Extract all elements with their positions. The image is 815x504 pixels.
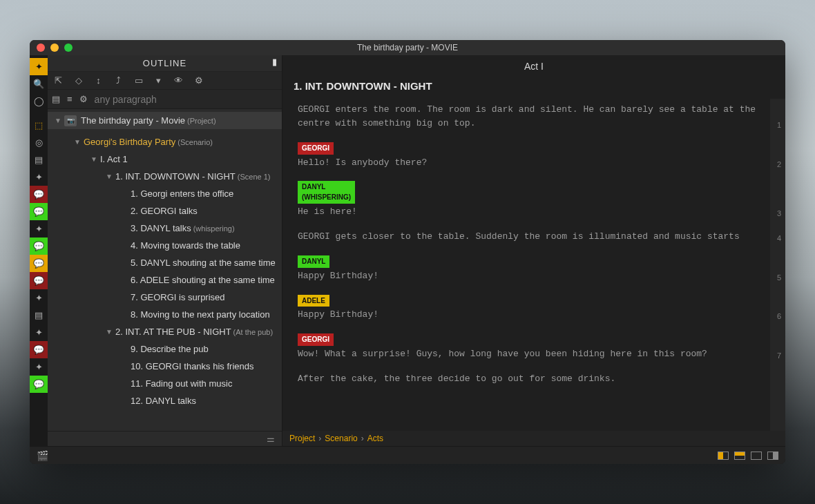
maximize-window-button[interactable] bbox=[64, 43, 73, 52]
character-tag: DANYL(WHISPERING) bbox=[298, 181, 355, 204]
caret-icon[interactable]: ▾ bbox=[153, 75, 164, 86]
arrows-icon[interactable]: ↕ bbox=[93, 75, 104, 86]
circle-icon[interactable]: ◯ bbox=[30, 93, 48, 110]
dialog-green-icon[interactable]: 💬 bbox=[30, 203, 48, 220]
outline-item[interactable]: 7. GEORGI is surprised bbox=[48, 289, 282, 306]
character-tag: DANYL bbox=[298, 255, 329, 268]
dialog-block: GEORGIHello! Is anybody there? bbox=[298, 142, 765, 170]
dialog-red-2-icon[interactable]: 💬 bbox=[30, 272, 48, 289]
outline-item[interactable]: 10. GEORGI thanks his friends bbox=[48, 358, 282, 375]
outline-item[interactable]: 2. GEORGI talks bbox=[48, 202, 282, 220]
line-number: 3 bbox=[777, 208, 781, 220]
camera-icon: 📷 bbox=[64, 115, 77, 126]
person-run-2-icon[interactable]: ✦ bbox=[30, 220, 48, 238]
chevron-down-icon: ▼ bbox=[74, 138, 82, 146]
outline-item-label: 2. GEORGI talks bbox=[131, 206, 198, 216]
layout-top-button[interactable] bbox=[734, 452, 745, 460]
chevron-down-icon: ▼ bbox=[106, 173, 114, 180]
outline-toolbar: ⇱ ◇ ↕ ⤴ ▭ ▾ 👁 ⚙ bbox=[48, 72, 282, 90]
outline-item-label: 10. GEORGI thanks his friends bbox=[131, 361, 253, 371]
act-header: Act I bbox=[282, 55, 785, 77]
search-icon[interactable]: 🔍 bbox=[30, 75, 48, 93]
breadcrumb-acts[interactable]: Acts bbox=[367, 434, 383, 443]
dialog-text: Wow! What a surprise! Guys, how long hav… bbox=[298, 347, 765, 361]
window-title: The birthday party - MOVIE bbox=[30, 43, 785, 52]
chevron-down-icon: ▼ bbox=[106, 328, 114, 336]
scenario-node[interactable]: ▼ Georgi's Birthday Party (Scenario) bbox=[48, 133, 282, 151]
run-icon[interactable]: ✦ bbox=[30, 58, 48, 75]
outline-item[interactable]: 4. Moving towards the table bbox=[48, 237, 282, 254]
dialog-red-3-icon[interactable]: 💬 bbox=[30, 341, 48, 358]
dialog-block: ADELEHappy Birthday! bbox=[298, 294, 765, 322]
breadcrumb: Project › Scenario › Acts bbox=[282, 431, 785, 446]
parenthetical: (WHISPERING) bbox=[302, 192, 351, 203]
breadcrumb-scenario[interactable]: Scenario bbox=[325, 434, 357, 443]
gear-icon[interactable]: ⚙ bbox=[79, 94, 88, 104]
outline-item[interactable]: 11. Fading out with music bbox=[48, 375, 282, 392]
action-text: GEORGI gets closer to the table. Suddenl… bbox=[298, 231, 740, 242]
project-node[interactable]: ▼ 📷 The birthday party - Movie (Project) bbox=[48, 112, 282, 129]
outline-item[interactable]: 1. Georgi enters the office bbox=[48, 185, 282, 202]
outline-item[interactable]: 12. DANYL talks bbox=[48, 392, 282, 409]
cube-icon[interactable]: ⬚ bbox=[30, 117, 48, 134]
outline-header: OUTLINE ▮ bbox=[48, 55, 282, 72]
line-number: 5 bbox=[777, 272, 781, 284]
line-number: 4 bbox=[777, 233, 781, 244]
person-run-4-icon[interactable]: ✦ bbox=[30, 324, 48, 341]
layout-full-button[interactable] bbox=[751, 452, 762, 460]
dialog-block: DANYL(WHISPERING)He is here! bbox=[298, 181, 765, 219]
person-run-icon[interactable]: ✦ bbox=[30, 168, 48, 186]
tree-icon[interactable]: ⇱ bbox=[53, 75, 64, 86]
dialog-text: Hello! Is anybody there? bbox=[298, 156, 765, 170]
close-window-button[interactable] bbox=[37, 43, 45, 52]
clapper-2-icon[interactable]: ▤ bbox=[30, 307, 48, 324]
scene-heading-label: 1. INT. DOWNTOWN - NIGHT bbox=[115, 171, 236, 182]
line-number: 1 bbox=[777, 119, 781, 131]
act-node[interactable]: ▼ I. Act 1 bbox=[48, 151, 282, 168]
scenario-label: Georgi's Birthday Party bbox=[84, 137, 175, 147]
script-body[interactable]: 1234567 GEORGI enters the room. The room… bbox=[282, 99, 785, 431]
outline-item[interactable]: 9. Describe the pub bbox=[48, 340, 282, 358]
person-run-5-icon[interactable]: ✦ bbox=[30, 358, 48, 376]
book-icon[interactable]: ◇ bbox=[73, 75, 84, 86]
outline-item-label: 11. Fading out with music bbox=[131, 378, 232, 389]
outline-item[interactable]: 5. DANYL shouting at the same time bbox=[48, 254, 282, 271]
sliders-icon[interactable]: ⚌ bbox=[267, 434, 275, 444]
layout-right-button[interactable] bbox=[767, 452, 778, 460]
share-icon[interactable]: ⤴ bbox=[113, 75, 124, 86]
outline-item-label: 5. DANYL shouting at the same time bbox=[131, 258, 276, 268]
outline-item[interactable]: 3. DANYL talks(whispering) bbox=[48, 220, 282, 237]
list-icon[interactable]: ▤ bbox=[52, 94, 60, 104]
clapper-footer-icon[interactable]: 🎬 bbox=[37, 450, 48, 461]
scenario-suffix: (Scenario) bbox=[178, 138, 213, 146]
eye-icon[interactable]: 👁 bbox=[173, 75, 184, 86]
act-header-label: Act I bbox=[524, 61, 544, 72]
chevron-down-icon: ▼ bbox=[55, 117, 63, 124]
bookmark-icon[interactable]: ▮ bbox=[272, 57, 278, 67]
search-input[interactable] bbox=[95, 94, 278, 105]
app-window: The birthday party - MOVIE ✦ 🔍 ◯ ⬚ ◎ ▤ ✦… bbox=[30, 40, 785, 464]
outline-item-label: 6. ADELE shouting at the same time bbox=[131, 275, 275, 285]
lines-icon[interactable]: ≡ bbox=[67, 94, 73, 104]
dialog-orange-icon[interactable]: 💬 bbox=[30, 255, 48, 272]
layout-left-button[interactable] bbox=[718, 452, 729, 460]
panel-icon[interactable]: ▭ bbox=[133, 75, 144, 86]
outline-item[interactable]: 6. ADELE shouting at the same time bbox=[48, 271, 282, 289]
minimize-window-button[interactable] bbox=[50, 43, 59, 52]
window-controls bbox=[30, 43, 73, 52]
outline-item-label: 7. GEORGI is surprised bbox=[131, 292, 225, 302]
dialog-green-3-icon[interactable]: 💬 bbox=[30, 376, 48, 393]
project-label: The birthday party - Movie bbox=[81, 115, 185, 126]
dialog-red-icon[interactable]: 💬 bbox=[30, 186, 48, 203]
dialog-green-2-icon[interactable]: 💬 bbox=[30, 238, 48, 255]
dialog-text: Happy Birthday! bbox=[298, 308, 765, 322]
clapper-icon[interactable]: ▤ bbox=[30, 151, 48, 168]
settings-gear-icon[interactable]: ⚙ bbox=[193, 75, 204, 86]
scene-node[interactable]: ▼1. INT. DOWNTOWN - NIGHT(Scene 1) bbox=[48, 168, 282, 185]
outline-item[interactable]: 8. Moving to the next party location bbox=[48, 306, 282, 323]
person-run-3-icon[interactable]: ✦ bbox=[30, 289, 48, 307]
scene-node[interactable]: ▼2. INT. AT THE PUB - NIGHT(At the pub) bbox=[48, 323, 282, 340]
scene-heading-label: 2. INT. AT THE PUB - NIGHT bbox=[115, 327, 231, 337]
location-icon[interactable]: ◎ bbox=[30, 134, 48, 151]
breadcrumb-project[interactable]: Project bbox=[289, 434, 315, 443]
